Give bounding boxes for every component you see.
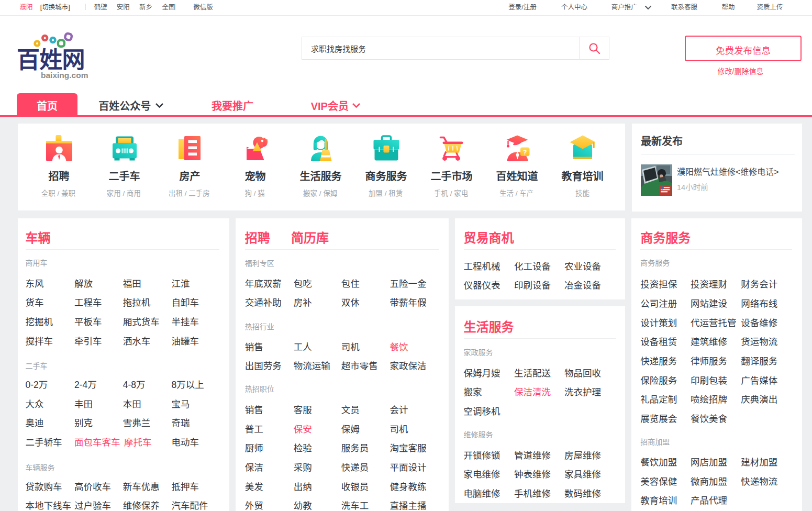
svg-text:?: ? [523, 149, 527, 156]
